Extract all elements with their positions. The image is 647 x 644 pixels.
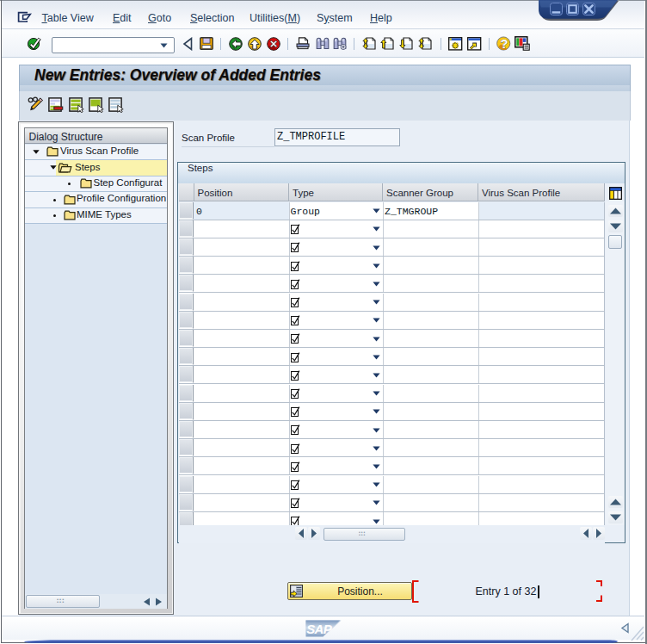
svg-text:?: ?	[500, 37, 508, 51]
svg-text:SAP: SAP	[306, 622, 333, 636]
